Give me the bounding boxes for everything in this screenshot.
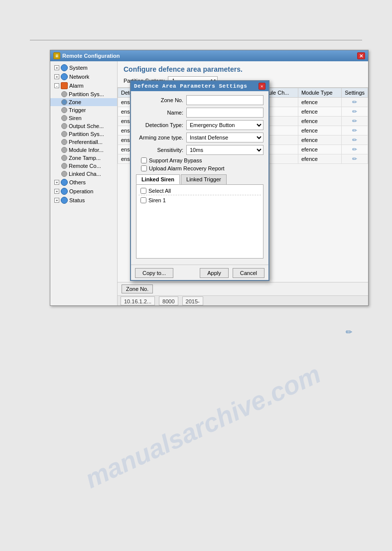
- sidebar-label-preferential: Preferentiall...: [69, 139, 103, 145]
- cell-type-4: efence: [298, 136, 341, 145]
- globe-icon-operation: [61, 188, 68, 195]
- cell-type-5: efence: [298, 145, 341, 154]
- small-icon-partition-sys: [61, 91, 67, 97]
- arming-zone-label: Arming zone type.: [136, 135, 183, 140]
- sidebar-label-system: System: [69, 65, 88, 71]
- sidebar-item-system[interactable]: + System: [50, 63, 117, 72]
- list-item[interactable]: Siren 1: [138, 196, 261, 204]
- sidebar-item-zone[interactable]: Zone: [50, 98, 117, 106]
- detection-type-select[interactable]: Emergency Button Motion Door/Window Fire…: [186, 120, 263, 130]
- globe-icon-network: [61, 73, 68, 80]
- cell-edit-4[interactable]: ✏: [342, 136, 368, 145]
- apply-button[interactable]: Apply: [200, 268, 229, 278]
- arming-zone-row: Arming zone type. Instant Defense 24h Zo…: [136, 133, 263, 142]
- status-ip: 10.16.1.2...: [121, 296, 155, 305]
- cell-edit-6[interactable]: ✏: [342, 154, 368, 164]
- cell-edit-2[interactable]: ✏: [342, 117, 368, 126]
- support-bypass-checkbox[interactable]: [141, 157, 147, 163]
- cell-edit-1[interactable]: ✏: [342, 107, 368, 117]
- sidebar-item-alarm[interactable]: - Alarm: [50, 81, 117, 90]
- siren1-checkbox[interactable]: [140, 197, 146, 203]
- cell-edit-5[interactable]: ✏: [342, 145, 368, 154]
- tab-linked-siren[interactable]: Linked Siren: [136, 174, 180, 184]
- siren1-label: Siren 1: [148, 197, 166, 203]
- cancel-button[interactable]: Cancel: [233, 268, 264, 278]
- sidebar-label-partition-sys2: Partition Sys...: [69, 131, 104, 137]
- sidebar-item-siren[interactable]: Siren: [50, 114, 117, 122]
- sidebar-label-remote-co: Remote Co...: [69, 163, 101, 169]
- edit-pencil-icon[interactable]: ✏: [352, 155, 357, 162]
- small-icon-siren: [61, 115, 67, 121]
- expand-system[interactable]: +: [54, 65, 59, 70]
- status-port: 8000: [159, 296, 178, 305]
- expand-network[interactable]: +: [54, 74, 59, 79]
- cell-type-3: efence: [298, 126, 341, 136]
- expand-others[interactable]: +: [54, 180, 59, 185]
- copy-to-button[interactable]: Copy to...: [135, 268, 173, 278]
- edit-pencil-icon[interactable]: ✏: [352, 137, 357, 143]
- sidebar-item-status[interactable]: + Status: [50, 196, 117, 205]
- edit-pencil-icon[interactable]: ✏: [352, 127, 357, 134]
- modal-close-button[interactable]: ✕: [259, 83, 265, 90]
- sidebar-item-others[interactable]: + Others: [50, 178, 117, 187]
- sidebar-item-trigger[interactable]: Trigger: [50, 106, 117, 114]
- sensitivity-select[interactable]: 10ms 30ms 50ms 100ms: [186, 145, 263, 155]
- cell-edit-0[interactable]: ✏: [342, 98, 368, 107]
- name-input[interactable]: [186, 108, 263, 118]
- sidebar-label-operation: Operation: [69, 188, 93, 194]
- window-icon: 🖥: [53, 52, 60, 59]
- sidebar-item-partition-sys2[interactable]: Partition Sys...: [50, 130, 117, 138]
- title-bar-left: 🖥 Remote Configuration: [53, 52, 120, 59]
- sidebar-item-partition-sys[interactable]: Partition Sys...: [50, 90, 117, 98]
- small-icon-preferential: [61, 139, 67, 145]
- modal-body: Zone No. Name: Detection Type: Emergency…: [131, 91, 268, 263]
- select-all-checkbox[interactable]: [140, 188, 146, 194]
- edit-pencil-icon[interactable]: ✏: [352, 146, 357, 153]
- support-bypass-label: Support Array Bypass: [149, 157, 202, 163]
- edit-pencil-icon[interactable]: ✏: [352, 99, 357, 106]
- col-header-module-type: Module Type: [298, 88, 341, 98]
- support-bypass-row: Support Array Bypass: [141, 157, 263, 163]
- zone-no-button[interactable]: Zone No.: [122, 284, 153, 293]
- globe-icon-status: [61, 197, 68, 204]
- sensitivity-row: Sensitivity: 10ms 30ms 50ms 100ms: [136, 145, 263, 155]
- content-title: Configure defence area parameters.: [124, 65, 362, 73]
- small-icon-remote-co: [61, 163, 67, 169]
- expand-status[interactable]: +: [54, 198, 59, 203]
- upload-recovery-checkbox[interactable]: [141, 165, 147, 171]
- tab-linked-trigger[interactable]: Linked Trigger: [181, 174, 227, 184]
- sidebar-item-module-infor[interactable]: Module Infor...: [50, 146, 117, 154]
- bottom-bar: Zone No.: [118, 282, 368, 295]
- detection-type-label: Detection Type:: [136, 122, 183, 128]
- sidebar-item-network[interactable]: + Network: [50, 72, 117, 81]
- cell-type-1: efence: [298, 107, 341, 117]
- select-all-row: Select All: [138, 187, 261, 195]
- zone-no-label: Zone No.: [136, 97, 183, 103]
- sidebar-item-output-sche[interactable]: Output Sche...: [50, 122, 117, 130]
- cell-type-2: efence: [298, 117, 341, 126]
- sidebar: + System + Network - Alarm: [50, 61, 118, 305]
- edit-pencil-icon[interactable]: ✏: [352, 118, 357, 125]
- bell-icon-alarm: [61, 82, 68, 89]
- sidebar-label-zone: Zone: [69, 99, 81, 105]
- siren-list: Siren 1: [138, 196, 261, 256]
- small-icon-output-sche: [61, 123, 67, 129]
- sidebar-item-zone-tamp[interactable]: Zone Tamp...: [50, 154, 117, 162]
- expand-operation[interactable]: +: [54, 189, 59, 194]
- window-close-button[interactable]: ✕: [357, 52, 365, 59]
- sidebar-item-linked-cha[interactable]: Linked Cha...: [50, 170, 117, 178]
- edit-pencil-icon[interactable]: ✏: [352, 108, 357, 115]
- pencil-icon-bottom[interactable]: ✏: [346, 327, 352, 337]
- sidebar-item-operation[interactable]: + Operation: [50, 187, 117, 196]
- detection-type-row: Detection Type: Emergency Button Motion …: [136, 120, 263, 130]
- arming-zone-select[interactable]: Instant Defense 24h Zone Perimeter Delay…: [186, 133, 263, 142]
- expand-alarm[interactable]: -: [54, 83, 59, 88]
- sidebar-label-status: Status: [69, 197, 85, 203]
- globe-icon-system: [61, 64, 68, 71]
- sidebar-item-preferential[interactable]: Preferentiall...: [50, 138, 117, 146]
- sidebar-item-remote-co[interactable]: Remote Co...: [50, 162, 117, 170]
- globe-icon-others: [61, 179, 68, 186]
- cell-edit-3[interactable]: ✏: [342, 126, 368, 136]
- small-icon-trigger: [61, 107, 67, 113]
- zone-no-input[interactable]: [186, 95, 263, 105]
